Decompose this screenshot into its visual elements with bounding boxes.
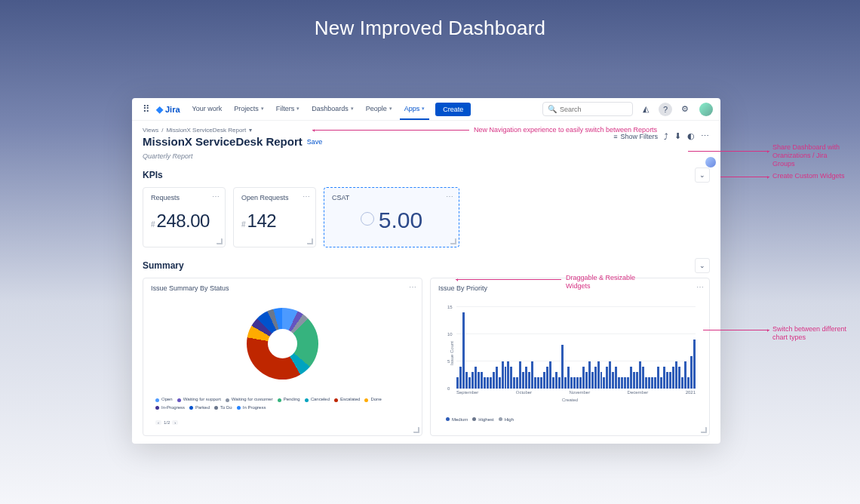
save-link[interactable]: Save — [307, 138, 323, 146]
notifications-icon[interactable]: ◭ — [639, 103, 653, 116]
report-subtitle: Quarterly Report — [132, 151, 720, 164]
download-icon[interactable]: ⬇ — [674, 131, 681, 141]
nav-item-people[interactable]: People▾ — [361, 98, 397, 120]
chevron-down-icon: ▾ — [422, 106, 425, 112]
bar — [567, 367, 570, 389]
search-box[interactable]: 🔍 — [542, 102, 633, 116]
bar — [465, 372, 468, 389]
page-header: Views / MissionX ServiceDesk Report ▾ Mi… — [132, 121, 720, 151]
y-tick: 15 — [447, 305, 453, 309]
legend-item[interactable]: Done — [364, 396, 381, 404]
bar — [579, 377, 582, 388]
resize-handle[interactable] — [701, 427, 707, 433]
bar — [627, 377, 629, 388]
bar — [603, 377, 605, 388]
legend-prev-icon[interactable]: ‹ — [155, 420, 161, 425]
bar — [612, 372, 614, 389]
legend-item[interactable]: Pending — [278, 396, 300, 404]
legend-next-icon[interactable]: › — [172, 420, 178, 425]
issue-summary-by-status[interactable]: Issue Summary By Status ⋯ OpenWaiting fo… — [143, 278, 422, 436]
bar — [564, 377, 567, 388]
resize-handle[interactable] — [450, 238, 456, 244]
bar — [687, 377, 690, 388]
kpi-csat[interactable]: CSAT ⋯ 5.00 — [324, 187, 459, 247]
nav-item-apps[interactable]: Apps▾ — [400, 98, 430, 120]
dark-mode-icon[interactable]: ◐ — [687, 131, 695, 141]
legend-item[interactable]: In-Progress — [155, 404, 185, 412]
nav-item-projects[interactable]: Projects▾ — [229, 98, 269, 120]
show-filters-button[interactable]: ≡ Show Filters — [613, 133, 658, 140]
bar — [487, 377, 489, 388]
kpis-section: KPIs ⌄ Requests ⋯ # 248.00 Open Requests… — [132, 167, 720, 255]
jira-logo-icon: ◆ — [156, 104, 163, 115]
custom-widget-avatar[interactable] — [705, 157, 716, 167]
status-card-menu-icon[interactable]: ⋯ — [409, 283, 417, 291]
more-actions-icon[interactable]: ⋯ — [701, 131, 710, 141]
legend-item[interactable]: Escalated — [334, 396, 360, 404]
breadcrumb-root[interactable]: Views — [143, 127, 158, 134]
kpi-requests[interactable]: Requests ⋯ # 248.00 — [143, 187, 226, 247]
legend-dot-icon — [472, 417, 476, 421]
legend-item[interactable]: Highest — [472, 417, 493, 422]
bar — [639, 361, 641, 389]
create-button[interactable]: Create — [435, 103, 471, 116]
bar — [669, 372, 671, 389]
issue-by-priority[interactable]: Issue By Priority ⋯ Issue Count 051015 S… — [430, 278, 710, 436]
legend-item[interactable]: Open — [155, 396, 173, 404]
legend-dot-icon — [177, 398, 181, 402]
search-input[interactable] — [560, 106, 628, 113]
chevron-down-icon: ▾ — [389, 106, 392, 112]
priority-card-menu-icon[interactable]: ⋯ — [696, 283, 705, 291]
kpi-open-requests[interactable]: Open Requests ⋯ # 142 — [233, 187, 316, 247]
legend-item[interactable]: To Do — [214, 404, 232, 412]
breadcrumb-current[interactable]: MissionX ServiceDesk Report — [166, 127, 246, 134]
chevron-down-icon: ▾ — [296, 106, 299, 112]
bar — [459, 367, 462, 389]
summary-collapse-button[interactable]: ⌄ — [695, 258, 710, 273]
resize-handle[interactable] — [307, 238, 313, 244]
resize-handle[interactable] — [413, 427, 419, 433]
bar — [624, 377, 626, 388]
bar — [582, 367, 585, 389]
kpi-open-menu-icon[interactable]: ⋯ — [303, 192, 311, 201]
kpi-csat-menu-icon[interactable]: ⋯ — [446, 192, 454, 201]
report-title: MissionX ServiceDesk Report — [143, 135, 303, 148]
help-icon[interactable]: ? — [659, 103, 672, 116]
nav-item-your-work[interactable]: Your work — [188, 98, 227, 120]
chevron-down-icon: ▾ — [261, 106, 264, 112]
bar — [615, 367, 617, 389]
settings-icon[interactable]: ⚙ — [678, 103, 692, 116]
resize-handle[interactable] — [217, 238, 223, 244]
y-tick: 10 — [447, 332, 453, 337]
bar — [468, 377, 471, 388]
app-launcher-icon[interactable]: ⠿ — [140, 103, 153, 115]
bar — [471, 372, 474, 389]
legend-item[interactable]: Waiting for support — [177, 396, 221, 404]
kpis-collapse-button[interactable]: ⌄ — [695, 167, 710, 183]
y-tick: 5 — [447, 359, 450, 364]
legend-item[interactable]: Waiting for customer — [226, 396, 273, 404]
bar — [456, 377, 459, 388]
legend-item[interactable]: Canceled — [305, 396, 330, 404]
share-icon[interactable]: ⤴ — [664, 132, 668, 141]
nav-item-dashboards[interactable]: Dashboards▾ — [307, 98, 358, 120]
legend-item[interactable]: High — [499, 417, 514, 422]
legend-dot-icon — [214, 406, 218, 410]
nav-item-filters[interactable]: Filters▾ — [272, 98, 305, 120]
chevron-down-icon: ▾ — [351, 106, 354, 112]
user-avatar[interactable] — [699, 103, 713, 116]
bar — [478, 372, 480, 389]
bar — [630, 367, 632, 389]
breadcrumb-dropdown-icon[interactable]: ▾ — [249, 127, 252, 134]
kpi-csat-title: CSAT — [332, 194, 451, 201]
legend-item[interactable]: Parked — [189, 404, 210, 412]
kpi-requests-menu-icon[interactable]: ⋯ — [212, 192, 220, 201]
legend-dot-icon — [226, 398, 229, 402]
status-legend: OpenWaiting for supportWaiting for custo… — [151, 395, 414, 420]
legend-item[interactable]: Medium — [446, 417, 468, 422]
bar — [519, 361, 521, 389]
legend-item[interactable]: In Progress — [237, 404, 266, 412]
bar — [642, 367, 644, 389]
jira-logo[interactable]: ◆ Jira — [156, 104, 180, 115]
legend-dot-icon — [155, 398, 159, 402]
